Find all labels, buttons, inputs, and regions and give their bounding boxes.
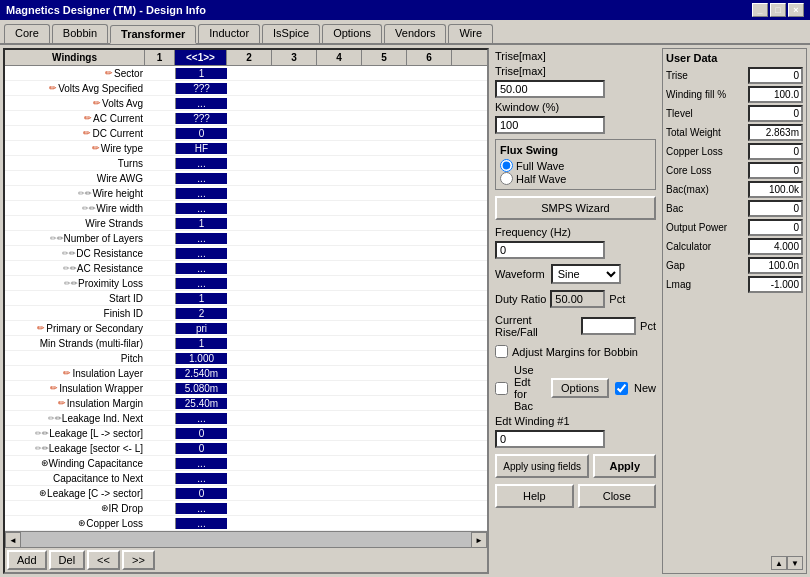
help-button[interactable]: Help <box>495 484 574 508</box>
tab-options[interactable]: Options <box>322 24 382 43</box>
table-row[interactable]: ✏Insulation Wrapper5.080m <box>5 381 487 396</box>
ud-field-input[interactable] <box>748 86 803 103</box>
close-main-button[interactable]: Close <box>578 484 657 508</box>
table-row[interactable]: Start ID1 <box>5 291 487 306</box>
kwindow-input[interactable] <box>495 116 605 134</box>
ud-scroll-up[interactable]: ▲ <box>771 556 787 570</box>
table-row[interactable]: ✏AC Current??? <box>5 111 487 126</box>
minimize-button[interactable]: _ <box>752 3 768 17</box>
ud-field-label: Tlevel <box>666 108 748 119</box>
table-row[interactable]: ✏Wire typeHF <box>5 141 487 156</box>
table-row[interactable]: ✏✏Wire width... <box>5 201 487 216</box>
prev-button[interactable]: << <box>87 550 120 570</box>
horizontal-scrollbar[interactable]: ◄► <box>5 531 487 547</box>
table-row[interactable]: ✏✏Wire height... <box>5 186 487 201</box>
table-row[interactable]: ✏DC Current0 <box>5 126 487 141</box>
table-row[interactable]: ✏✏Leakage Ind. Next... <box>5 411 487 426</box>
del-button[interactable]: Del <box>49 550 86 570</box>
pencil-icon: ✏ <box>78 189 85 198</box>
use-edt-checkbox[interactable] <box>495 382 508 395</box>
windings-table-panel: Windings1<<1>>23456✏Sector1✏Volts Avg Sp… <box>3 48 489 574</box>
ud-field-input[interactable] <box>748 200 803 217</box>
halfwave-radio[interactable] <box>500 172 513 185</box>
row-label: ✏Volts Avg Specified <box>5 83 145 94</box>
table-row[interactable]: Wire AWG... <box>5 171 487 186</box>
table-row[interactable]: ✏✏Leakage [sector <- L]0 <box>5 441 487 456</box>
current-rise-input[interactable] <box>581 317 636 335</box>
table-row[interactable]: ✏Volts Avg Specified??? <box>5 81 487 96</box>
next-button[interactable]: >> <box>122 550 155 570</box>
tab-vendors[interactable]: Vendors <box>384 24 446 43</box>
header-col-3[interactable]: 2 <box>227 50 272 65</box>
table-row[interactable]: ✏✏Leakage [L -> sector]0 <box>5 426 487 441</box>
table-row[interactable]: Wire Strands1 <box>5 216 487 231</box>
waveform-select[interactable]: SineSquareTriangle <box>551 264 621 284</box>
table-row[interactable]: Capacitance to Next... <box>5 471 487 486</box>
table-row[interactable]: ✏Primary or Secondarypri <box>5 321 487 336</box>
table-row[interactable]: ✏✏Number of Layers... <box>5 231 487 246</box>
table-row[interactable]: ✏✏DC Resistance... <box>5 246 487 261</box>
trise-max-input[interactable] <box>495 80 605 98</box>
apply-button[interactable]: Apply <box>593 454 656 478</box>
pencil2-icon: ✏ <box>71 279 78 288</box>
scroll-track[interactable] <box>21 532 471 547</box>
tab-transformer[interactable]: Transformer <box>110 25 196 44</box>
ud-field-input[interactable] <box>748 162 803 179</box>
ud-field-input[interactable] <box>748 257 803 274</box>
tab-isspice[interactable]: IsSpice <box>262 24 320 43</box>
close-button[interactable]: × <box>788 3 804 17</box>
table-row[interactable]: ⊛IR Drop... <box>5 501 487 516</box>
ud-field-input[interactable] <box>748 143 803 160</box>
duty-ratio-input[interactable] <box>550 290 605 308</box>
header-col-6[interactable]: 5 <box>362 50 407 65</box>
table-row[interactable]: ✏✏Proximity Loss... <box>5 276 487 291</box>
new-checkbox[interactable] <box>615 382 628 395</box>
options-button[interactable]: Options <box>551 378 609 398</box>
tab-core[interactable]: Core <box>4 24 50 43</box>
ud-field-input[interactable] <box>748 105 803 122</box>
ud-field-input[interactable] <box>748 276 803 293</box>
header-col-7[interactable]: 6 <box>407 50 452 65</box>
table-row[interactable]: ✏Sector1 <box>5 66 487 81</box>
ud-field-input[interactable] <box>748 219 803 236</box>
ud-field-input[interactable] <box>748 67 803 84</box>
table-row[interactable]: Finish ID2 <box>5 306 487 321</box>
adjust-margins-checkbox[interactable] <box>495 345 508 358</box>
maximize-button[interactable]: □ <box>770 3 786 17</box>
smps-wizard-button[interactable]: SMPS Wizard <box>495 196 656 220</box>
header-col-4[interactable]: 3 <box>272 50 317 65</box>
edt-winding-input[interactable] <box>495 430 605 448</box>
ud-scroll-down[interactable]: ▼ <box>787 556 803 570</box>
table-row[interactable]: ⊛Copper Loss... <box>5 516 487 531</box>
table-row[interactable]: ✏Insulation Margin25.40m <box>5 396 487 411</box>
pencil2-icon: ✏ <box>42 429 49 438</box>
scroll-left[interactable]: ◄ <box>5 532 21 548</box>
table-row[interactable]: ✏Insulation Layer2.540m <box>5 366 487 381</box>
ud-field-row: Gap <box>666 257 803 274</box>
row-label: ✏✏Wire height <box>5 188 145 199</box>
tab-wire[interactable]: Wire <box>448 24 493 43</box>
table-row[interactable]: Pitch1.000 <box>5 351 487 366</box>
fullwave-radio[interactable] <box>500 159 513 172</box>
header-col-1[interactable]: 1 <box>145 50 175 65</box>
kwindow-label: Kwindow (%) <box>495 101 656 113</box>
table-row[interactable]: ⊛Winding Capacitance... <box>5 456 487 471</box>
table-row[interactable]: ✏Volts Avg... <box>5 96 487 111</box>
header-col-2[interactable]: <<1>> <box>175 50 227 65</box>
scroll-right[interactable]: ► <box>471 532 487 548</box>
ud-field-input[interactable] <box>748 124 803 141</box>
table-row[interactable]: ✏✏AC Resistance... <box>5 261 487 276</box>
ud-field-input[interactable] <box>748 238 803 255</box>
add-button[interactable]: Add <box>7 550 47 570</box>
header-col-5[interactable]: 4 <box>317 50 362 65</box>
table-row[interactable]: ⊛Leakage [C -> sector]0 <box>5 486 487 501</box>
ud-field-label: Trise <box>666 70 748 81</box>
edt-winding-label: Edt Winding #1 <box>495 415 656 427</box>
tab-bobbin[interactable]: Bobbin <box>52 24 108 43</box>
table-row[interactable]: Turns... <box>5 156 487 171</box>
table-row[interactable]: Min Strands (multi-filar)1 <box>5 336 487 351</box>
apply-using-fields-button[interactable]: Apply using fields <box>495 454 589 478</box>
ud-field-input[interactable] <box>748 181 803 198</box>
tab-inductor[interactable]: Inductor <box>198 24 260 43</box>
frequency-input[interactable] <box>495 241 605 259</box>
